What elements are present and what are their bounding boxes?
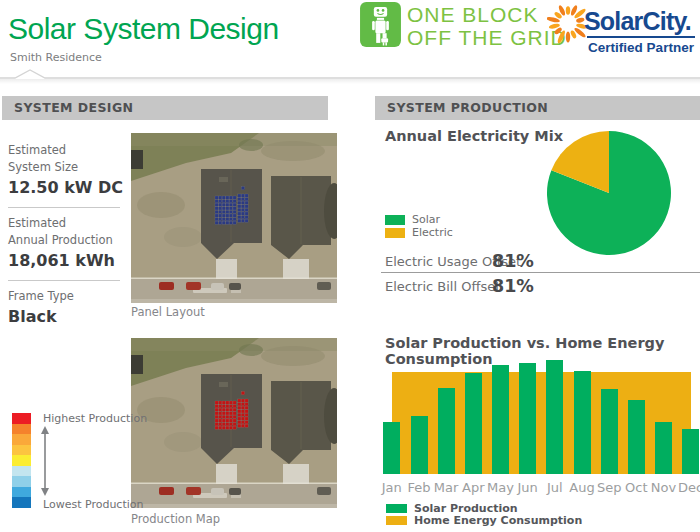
month-label: Nov xyxy=(650,480,678,495)
electricity-mix-pie-chart xyxy=(546,130,672,256)
scale-color-swatch xyxy=(12,455,31,466)
stat-block: EstimatedAnnual Production18,061 kWh xyxy=(8,215,126,272)
solar-bar xyxy=(383,422,400,474)
panel-layout-image xyxy=(131,133,337,303)
legend-swatch xyxy=(386,516,407,525)
offset-value: 81% xyxy=(492,276,534,296)
solar-bar xyxy=(682,429,699,474)
stat-label: Estimated xyxy=(8,215,126,232)
legend-label: Solar xyxy=(412,213,440,226)
production-map-image xyxy=(131,338,337,508)
obog-line1: ONE BLOCK xyxy=(407,3,567,26)
page-title: Solar System Design xyxy=(8,12,279,46)
solar-bar xyxy=(411,416,428,474)
solar-design-page: Solar System Design Smith Residence ONE … xyxy=(0,0,700,532)
scale-low-label: Lowest Production xyxy=(43,498,144,511)
offset-value: 81% xyxy=(492,251,534,271)
offset-row: Electric Bill Offset81% xyxy=(385,276,700,296)
legend-item-home-energy-consumption: Home Energy Consumption xyxy=(386,515,582,528)
production-scale xyxy=(12,413,31,508)
stat-block: EstimatedSystem Size12.50 kW DC xyxy=(8,142,126,199)
month-label: Feb xyxy=(405,480,433,495)
month-label: Mar xyxy=(432,480,460,495)
solar-bar xyxy=(628,400,645,474)
system-production-header: SYSTEM PRODUCTION xyxy=(375,96,700,120)
scale-color-swatch xyxy=(12,497,31,508)
production-vs-consumption-chart xyxy=(383,356,700,474)
solar-bar xyxy=(492,365,509,474)
solar-bar xyxy=(655,422,672,474)
offsets: Electric Usage Offset81%Electric Bill Of… xyxy=(385,251,700,296)
stat-label: System Size xyxy=(8,159,126,176)
stat-label: Annual Production xyxy=(8,232,126,249)
scale-color-swatch xyxy=(12,413,31,424)
panel-layout-caption: Panel Layout xyxy=(131,305,205,319)
production-map-caption: Production Map xyxy=(131,512,220,526)
legend-swatch xyxy=(385,228,405,238)
stat-divider xyxy=(8,207,120,208)
legend-item-solar: Solar xyxy=(385,213,453,226)
obog-robot-icon xyxy=(360,2,401,47)
offset-label: Electric Bill Offset xyxy=(385,279,500,294)
pie-chart-title: Annual Electricity Mix xyxy=(385,128,563,144)
scale-color-swatch xyxy=(12,445,31,456)
legend-swatch xyxy=(385,215,405,225)
scale-color-swatch xyxy=(12,466,31,477)
solarcity-wordmark: SolarCity. xyxy=(584,7,691,36)
solarcity-rule xyxy=(587,36,695,38)
stat-value: 12.50 kW DC xyxy=(8,177,126,199)
offset-divider xyxy=(381,272,700,273)
scale-color-swatch xyxy=(12,487,31,498)
solar-bar xyxy=(519,363,536,474)
obog-line2: OFF THE GRID xyxy=(407,26,567,49)
solar-bar xyxy=(601,389,618,474)
scale-high-label: Highest Production xyxy=(43,412,147,425)
stat-value: 18,061 kWh xyxy=(8,250,126,272)
month-label: Dec xyxy=(677,480,700,495)
month-label: Oct xyxy=(622,480,650,495)
header-divider-shadow xyxy=(0,79,700,84)
obog-wordmark: ONE BLOCK OFF THE GRID xyxy=(407,3,567,49)
solar-bar xyxy=(438,388,455,474)
scale-arrow-icon xyxy=(40,426,50,496)
solar-bar xyxy=(546,360,563,474)
scale-color-swatch xyxy=(12,476,31,487)
legend-item-electric: Electric xyxy=(385,226,453,239)
legend-label: Electric xyxy=(412,226,453,239)
legend-swatch xyxy=(386,504,407,513)
solarcity-sun-icon xyxy=(547,1,589,43)
pie-legend: SolarElectric xyxy=(385,213,453,239)
legend-label: Solar Production xyxy=(414,502,518,515)
solar-bar xyxy=(465,373,482,474)
month-label: Aug xyxy=(568,480,596,495)
stat-block: Frame TypeBlack xyxy=(8,288,126,328)
month-axis: JanFebMarAprMayJunJulAugSepOctNovDec xyxy=(383,480,700,496)
month-label: Sep xyxy=(595,480,623,495)
stat-label: Estimated xyxy=(8,142,126,159)
system-design-header: SYSTEM DESIGN xyxy=(2,96,328,120)
month-label: Jan xyxy=(378,480,406,495)
legend-label: Home Energy Consumption xyxy=(414,514,582,527)
stat-label: Frame Type xyxy=(8,288,126,305)
design-stats: EstimatedSystem Size12.50 kW DCEstimated… xyxy=(8,142,126,328)
month-label: Jul xyxy=(541,480,569,495)
solar-bar xyxy=(574,371,591,474)
legend-item-solar-production: Solar Production xyxy=(386,502,582,515)
scale-color-swatch xyxy=(12,434,31,445)
scale-color-swatch xyxy=(12,424,31,435)
offset-row: Electric Usage Offset81% xyxy=(385,251,700,271)
stat-divider xyxy=(8,280,120,281)
month-label: May xyxy=(487,480,515,495)
customer-name: Smith Residence xyxy=(10,51,102,64)
stat-value: Black xyxy=(8,306,126,328)
month-label: Jun xyxy=(514,480,542,495)
bar-legend: Solar ProductionHome Energy Consumption xyxy=(386,502,582,527)
solarcity-tagline: Certified Partner xyxy=(585,40,697,55)
month-label: Apr xyxy=(459,480,487,495)
